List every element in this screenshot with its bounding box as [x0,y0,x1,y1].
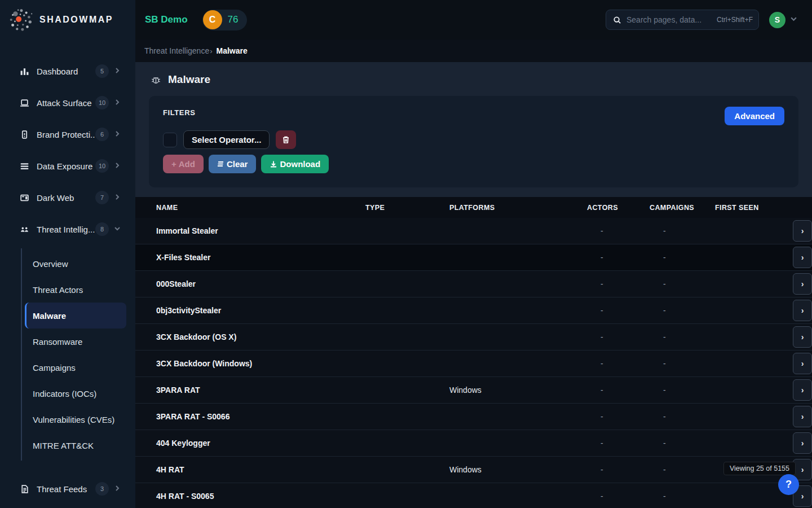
table-row[interactable]: 3CX Backdoor (OS X) - - › [135,324,812,351]
row-expand-button[interactable]: › [793,247,812,268]
submenu-item-label: Threat Actors [33,285,83,295]
table-row[interactable]: 404 Keylogger - - › [135,430,812,457]
table-body: Immortal Stealer - - › X-Files Stealer - [135,218,812,508]
count-badge: 10 [95,96,109,110]
cell-actors: - [587,306,650,315]
cell-campaigns: - [650,412,715,421]
help-button[interactable]: ? [778,474,799,495]
row-expand-button[interactable]: › [793,220,812,242]
column-header-type[interactable]: TYPE [365,204,449,212]
download-icon [270,160,277,168]
cell-campaigns: - [650,306,715,315]
filter-checkbox[interactable] [163,133,177,147]
avatar[interactable]: S [769,12,785,28]
sidebar-item-threat-intelligence[interactable]: Threat Intellig... 8 [0,213,135,245]
sidebar-item-dark-web[interactable]: Dark Web 7 [0,182,135,213]
sidebar-item-attack-surface[interactable]: Attack Surface 10 [0,87,135,119]
row-expand-button[interactable]: › [793,326,812,348]
table-row[interactable]: 3PARA RAT Windows - - › [135,377,812,404]
column-header-platforms[interactable]: PLATFORMS [449,204,587,212]
browser-panel-icon [19,192,29,203]
advanced-button[interactable]: Advanced [725,107,784,125]
column-header-actors[interactable]: ACTORS [587,204,650,212]
select-operator-dropdown[interactable]: Select Operator... [183,130,270,149]
download-button[interactable]: Download [261,155,329,173]
table-row[interactable]: 0bj3ctivityStealer - - › [135,297,812,324]
global-search[interactable]: Ctrl+Shift+F [606,10,759,30]
column-header-campaigns[interactable]: CAMPAIGNS [650,204,715,212]
cell-name: X-Files Stealer [135,253,365,262]
submenu-item[interactable]: Threat Actors [22,277,135,303]
row-expand-button[interactable]: › [793,379,812,401]
submenu-item[interactable]: Malware [25,303,126,329]
submenu-item-label: Indicators (IOCs) [33,389,96,398]
table-row[interactable]: X-Files Stealer - - › [135,244,812,271]
table-row[interactable]: Immortal Stealer - - › [135,218,812,244]
org-name[interactable]: SB Demo [145,14,188,25]
count-badge: 8 [95,222,109,236]
chevron-down-icon [790,15,797,25]
cell-campaigns: - [650,226,715,235]
filters-heading: FILTERS [163,108,785,117]
sidebar-item-threat-feeds[interactable]: Threat Feeds 3 [0,473,135,505]
sidebar-item-data-exposure[interactable]: Data Exposure 10 [0,150,135,182]
submenu-item-label: Vulnerabilities (CVEs) [33,415,114,424]
cell-actors: - [587,465,650,474]
clear-filters-button[interactable]: Clear [209,155,257,173]
main-area: SB Demo C 76 Ctrl+Shift+F S Threat Intel… [135,0,812,508]
security-score-pill[interactable]: C 76 [202,10,247,30]
add-button-label: Add [179,159,195,169]
column-header-name[interactable]: NAME [135,204,365,212]
delete-filter-button[interactable] [276,130,296,149]
row-expand-button[interactable]: › [793,300,812,321]
column-header-first-seen[interactable]: FIRST SEEN [715,204,789,212]
score-value: 76 [228,14,239,25]
bug-icon [151,75,161,85]
table-row[interactable]: 3CX Backdoor (Windows) - - › [135,351,812,377]
submenu-item[interactable]: Overview [22,251,135,277]
submenu-item[interactable]: Ransomware [22,329,135,354]
cell-name: 3PARA RAT - S0066 [135,412,365,421]
submenu-item[interactable]: Indicators (IOCs) [22,380,135,406]
brand-logo[interactable]: SHADOWMAP [0,0,135,40]
cell-campaigns: - [650,386,715,395]
trash-icon [282,135,290,144]
user-menu[interactable]: S [769,12,797,28]
breadcrumb-separator: › [210,47,212,55]
submenu-item-label: Malware [33,311,66,321]
cell-actors: - [587,492,650,501]
submenu-item[interactable]: Campaigns [22,354,135,380]
sidebar-item-label: Attack Surface [37,98,95,108]
chevron-right-icon [114,161,121,171]
sidebar-item-dashboard[interactable]: Dashboard 5 [0,55,135,87]
search-input[interactable] [626,15,717,24]
cell-name: Immortal Stealer [135,226,365,235]
row-expand-button[interactable]: › [793,273,812,295]
cell-platforms: Windows [449,465,587,474]
table-row[interactable]: 4H RAT - S0065 - - › [135,483,812,508]
sidebar-item-label: Threat Intellig... [37,225,95,234]
cell-campaigns: - [650,439,715,448]
malware-table: NAME TYPE PLATFORMS ACTORS CAMPAIGNS FIR… [135,197,812,508]
cell-actors: - [587,386,650,395]
cell-name: 404 Keylogger [135,439,365,448]
submenu-item[interactable]: MITRE ATT&CK [22,432,135,458]
sidebar-item-brand-protection[interactable]: Brand Protecti... 6 [0,119,135,150]
chevron-right-icon: › [801,492,804,501]
download-button-label: Download [280,159,320,169]
grade-badge: C [203,10,222,29]
phone-alert-icon [19,129,29,139]
row-expand-button[interactable]: › [793,353,812,374]
table-row[interactable]: 4H RAT Windows - - › [135,457,812,483]
chevron-right-icon [114,129,121,139]
clear-lines-icon [217,161,224,167]
submenu-item[interactable]: Vulnerabilities (CVEs) [22,406,135,432]
row-expand-button[interactable]: › [793,432,812,454]
add-filter-button[interactable]: + Add [163,155,204,173]
row-expand-button[interactable]: › [793,406,812,427]
table-row[interactable]: 3PARA RAT - S0066 - - › [135,404,812,430]
breadcrumb-section[interactable]: Threat Intelligence [144,46,209,55]
search-shortcut-hint: Ctrl+Shift+F [717,16,753,24]
table-row[interactable]: 000Stealer - - › [135,271,812,297]
cell-platforms: Windows [449,386,587,395]
